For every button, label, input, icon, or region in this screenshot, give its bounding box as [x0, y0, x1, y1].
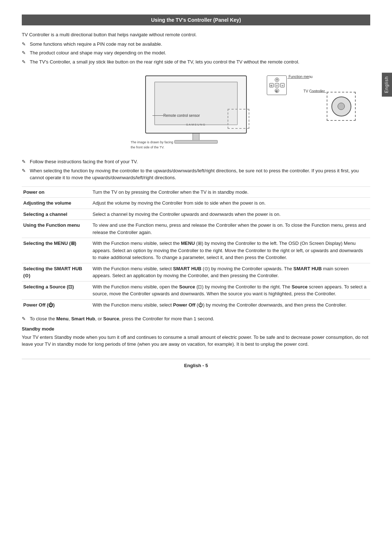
controller-circle: [331, 97, 351, 116]
sensor-line: [152, 115, 163, 116]
caption-line2: the front side of the TV.: [131, 145, 164, 149]
func-btn-left: ⊞: [269, 83, 274, 87]
feature-desc: Turn the TV on by pressing the Controlle…: [93, 186, 370, 198]
feature-term: Selecting a Source (⊡): [22, 281, 93, 299]
feature-row: Selecting a channelSelect a channel by m…: [22, 209, 370, 220]
controller-line: [311, 92, 326, 93]
features-table: Power onTurn the TV on by pressing the C…: [22, 186, 370, 311]
sensor-label: Remote control sensor: [163, 114, 200, 118]
follow-bullet-text: When selecting the function by moving th…: [30, 167, 370, 181]
close-note-text: To close the Menu, Smart Hub, or Source,…: [30, 315, 214, 323]
caption-line1: The image is drawn by facing: [131, 140, 173, 144]
feature-desc: With the Function menu visible, select t…: [93, 238, 370, 263]
diagram-caption: The image is drawn by facing the front s…: [131, 140, 173, 150]
feature-row: Selecting a Source (⊡)With the Function …: [22, 281, 370, 299]
tv-body: SAMSUNG: [145, 75, 247, 134]
feature-desc: With the Function menu visible, select S…: [93, 263, 370, 281]
controller-inner: [338, 103, 345, 110]
feature-row: Power onTurn the TV on by pressing the C…: [22, 186, 370, 198]
intro-text: TV Controller is a multi directional but…: [22, 31, 370, 38]
follow-bullet-2: ✎ When selecting the function by moving …: [22, 167, 370, 181]
follow-bullet-1: ✎ Follow these instructions facing the f…: [22, 158, 370, 165]
bullet-item: ✎ The product colour and shape may vary …: [22, 49, 370, 57]
func-btn-top: ⚙: [275, 78, 279, 82]
language-side-tab: English: [382, 73, 392, 97]
func-btn-bot: ⏻: [275, 89, 279, 93]
feature-row: Using the Function menuTo view and use t…: [22, 220, 370, 238]
samsung-logo: SAMSUNG: [186, 123, 206, 126]
func-btn-right: ⇥: [280, 83, 285, 87]
page-header: Using the TV's Controller (Panel Key): [22, 15, 370, 25]
controller-label: TV Controller: [303, 89, 325, 93]
feature-term: Selecting a channel: [22, 209, 93, 220]
feature-desc: Adjust the volume by moving the Controll…: [93, 198, 370, 209]
tv-stand-base: [174, 140, 218, 144]
tv-stand-neck: [192, 134, 200, 140]
intro-bullets: ✎ Some functions which require a PIN cod…: [22, 41, 370, 66]
feature-term: Selecting the SMART HUB(⊙): [22, 263, 93, 281]
feature-row: Selecting the SMART HUB(⊙)With the Funct…: [22, 263, 370, 281]
feature-desc: To view and use the Function menu, press…: [93, 220, 370, 238]
bullet-text: The product colour and shape may vary de…: [30, 49, 166, 57]
tv-diagram: SAMSUNG ⚙ ⊞ ↺ ⇥ ⏻ Function menu: [22, 72, 370, 152]
bullet-icon: ✎: [22, 158, 30, 165]
tv-screen: [154, 82, 238, 125]
close-note: ✎ To close the Menu, Smart Hub, or Sourc…: [22, 315, 370, 323]
feature-row: Selecting the MENU (⊞)With the Function …: [22, 238, 370, 263]
follow-bullet-text: Follow these instructions facing the fro…: [30, 158, 138, 165]
page-footer: English - 5: [22, 359, 370, 368]
bullet-item: ✎ The TV's Controller, a small joy stick…: [22, 58, 370, 66]
bullet-text: The TV's Controller, a small joy stick l…: [30, 58, 299, 66]
sensor-box: [228, 109, 249, 129]
tv-image: SAMSUNG: [134, 75, 258, 144]
standby-text: Your TV enters Standby mode when you tur…: [22, 334, 370, 348]
feature-desc: With the Function menu visible, open the…: [93, 281, 370, 299]
function-menu-line: [287, 78, 309, 79]
function-menu-box: ⚙ ⊞ ↺ ⇥ ⏻: [267, 75, 287, 95]
feature-row: Power Off (⏻)With the Function menu visi…: [22, 299, 370, 310]
follow-bullets: ✎ Follow these instructions facing the f…: [22, 158, 370, 181]
function-menu-panel: ⚙ ⊞ ↺ ⇥ ⏻ Function menu: [267, 75, 287, 95]
standby-section: Standby mode Your TV enters Standby mode…: [22, 326, 370, 348]
feature-desc: With the Function menu visible, select P…: [93, 299, 370, 310]
feature-term: Adjusting the volume: [22, 198, 93, 209]
bullet-icon: ✎: [22, 167, 30, 174]
feature-term: Power Off (⏻): [22, 299, 93, 310]
bullet-icon: ✎: [22, 41, 30, 48]
func-btn-center: ↺: [275, 83, 279, 87]
feature-term: Power on: [22, 186, 93, 198]
func-row-top: ⚙: [275, 78, 279, 82]
feature-term: Selecting the MENU (⊞): [22, 238, 93, 263]
bullet-icon: ✎: [22, 49, 30, 57]
tv-controller-box: [327, 92, 356, 121]
footer-text: English - 5: [184, 363, 208, 368]
bullet-text: Some functions which require a PIN code …: [30, 41, 162, 48]
bullet-icon: ✎: [22, 315, 30, 323]
feature-row: Adjusting the volumeAdjust the volume by…: [22, 198, 370, 209]
feature-desc: Select a channel by moving the Controlle…: [93, 209, 370, 220]
func-row-mid: ⊞ ↺ ⇥: [269, 83, 285, 87]
standby-title: Standby mode: [22, 326, 370, 332]
bullet-item: ✎ Some functions which require a PIN cod…: [22, 41, 370, 48]
feature-term: Using the Function menu: [22, 220, 93, 238]
bullet-icon: ✎: [22, 58, 30, 66]
func-row-bot: ⏻: [275, 89, 279, 93]
